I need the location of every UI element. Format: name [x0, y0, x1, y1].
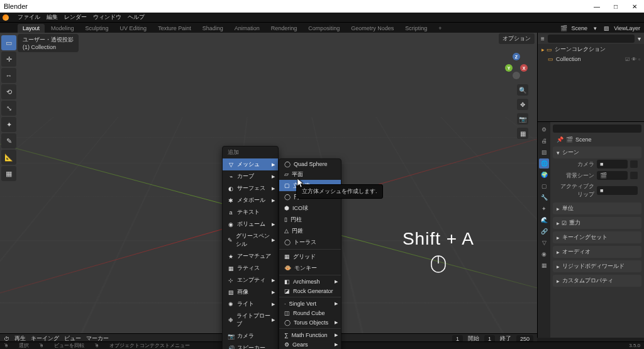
ptab-material[interactable]: ◉ [539, 249, 549, 259]
tab-rendering[interactable]: Rendering [266, 24, 303, 33]
add-menu-item-12[interactable]: ❉ライトプローブ▶ [223, 310, 278, 330]
mesh-menu-item-15[interactable]: ·Single Vert▶ [279, 299, 341, 308]
outliner-type-icon[interactable]: ≡ [541, 35, 545, 42]
menu-render[interactable]: レンダー [64, 13, 87, 21]
gizmo-z[interactable]: Z [513, 53, 520, 60]
mesh-menu-item-12[interactable]: ◧Archimesh▶ [279, 277, 341, 286]
add-menu-item-14[interactable]: 🔊スピーカー [223, 342, 278, 349]
maximize-button[interactable]: □ [606, 0, 625, 13]
outliner-search[interactable] [548, 35, 635, 43]
tool-rotate[interactable]: ⟲ [1, 84, 16, 99]
camera-view-icon[interactable]: 📷 [517, 113, 528, 125]
mesh-menu-item-20[interactable]: ⚙Gears▶ [279, 340, 341, 349]
tool-addcube[interactable]: ▦ [1, 166, 16, 181]
panel-rigid[interactable]: ▸ リジッドボディワールド [553, 260, 641, 272]
tab-texture-paint[interactable]: Texture Paint [153, 24, 196, 33]
mesh-menu-item-7[interactable]: ◯トーラス [279, 236, 341, 248]
mesh-menu-item-19[interactable]: ∑Math Function▶ [279, 330, 341, 340]
tab-uv-editing[interactable]: UV Editing [115, 24, 152, 33]
add-menu-item-9[interactable]: ⊹エンプティ▶ [223, 274, 278, 286]
ptab-world[interactable]: 🌍 [539, 170, 549, 180]
tab-add[interactable]: + [433, 24, 447, 33]
outliner-root[interactable]: シーンコレクション [555, 45, 606, 53]
restrict-render-icon[interactable]: ▫ [638, 57, 640, 62]
add-menu-item-11[interactable]: ✺ライト▶ [223, 298, 278, 310]
add-menu-item-13[interactable]: 📷カメラ [223, 330, 278, 342]
fld-bgscene[interactable]: 🎬 [597, 171, 628, 180]
panel-scene[interactable]: ▾ シーン [553, 147, 641, 158]
collection-child-icon[interactable]: ▭ [548, 56, 553, 62]
filter-icon[interactable]: ▾ [638, 35, 641, 42]
panel-keying[interactable]: ▸ キーイングセット [553, 231, 641, 243]
ptab-constraints[interactable]: 🔗 [539, 226, 549, 236]
ptab-object[interactable]: ▢ [539, 181, 549, 191]
restrict-select-icon[interactable]: ☑ [625, 57, 630, 62]
add-menu-item-0[interactable]: ▽メッシュ▶ [223, 158, 278, 170]
tab-layout[interactable]: Layout [18, 24, 45, 33]
ptab-viewlayer[interactable]: ▨ [539, 147, 549, 157]
collection-icon[interactable]: ▸ ▭ [541, 47, 552, 53]
tab-sculpting[interactable]: Sculpting [80, 24, 114, 33]
timeline-type-icon[interactable]: ⏱ [4, 336, 9, 342]
tool-transform[interactable]: ✦ [1, 117, 16, 132]
gizmo-x[interactable]: X [520, 64, 528, 72]
tab-compositing[interactable]: Compositing [303, 24, 345, 33]
blender-icon[interactable] [3, 14, 9, 21]
viewlayer-icon[interactable]: ▨ [602, 25, 610, 32]
add-menu-item-1[interactable]: ⌁カーブ▶ [223, 170, 278, 182]
tool-select[interactable]: ▭ [1, 35, 16, 50]
scene-pin-icon[interactable]: 📌 [557, 136, 564, 143]
minimize-button[interactable]: — [587, 0, 606, 13]
viewlayer-name[interactable]: ViewLayer [614, 25, 640, 31]
ptab-modifiers[interactable]: 🔧 [539, 192, 549, 202]
tool-cursor[interactable]: ✛ [1, 52, 16, 67]
panel-custom[interactable]: ▸ カスタムプロパティ [553, 275, 641, 287]
cam-anim-dot[interactable] [630, 160, 638, 168]
tool-measure[interactable]: 📐 [1, 150, 16, 165]
zoom-icon[interactable]: 🔍 [517, 84, 528, 96]
outliner-item-0[interactable]: Collection [556, 56, 581, 62]
tab-geometry-nodes[interactable]: Geometry Nodes [346, 24, 399, 33]
panel-units[interactable]: ▸ 単位 [553, 202, 641, 214]
props-search[interactable] [553, 125, 641, 133]
tab-scripting[interactable]: Scripting [400, 24, 432, 33]
menu-edit[interactable]: 編集 [47, 13, 58, 21]
menu-window[interactable]: ウィンドウ [93, 13, 121, 21]
add-menu-item-3[interactable]: ✱メタボール▶ [223, 194, 278, 206]
tool-scale[interactable]: ⤡ [1, 101, 16, 116]
tool-annotate[interactable]: ✎ [1, 133, 16, 148]
close-button[interactable]: ✕ [625, 0, 644, 13]
scene-new-icon[interactable]: ▾ [591, 25, 599, 32]
menu-file[interactable]: ファイル [18, 13, 40, 21]
mesh-menu-item-17[interactable]: ◯Torus Objects▶ [279, 318, 341, 327]
add-menu-item-4[interactable]: aテキスト [223, 206, 278, 218]
mesh-menu-item-6[interactable]: △円錐 [279, 225, 341, 236]
mesh-menu-item-1[interactable]: ▱平面 [279, 169, 341, 180]
tool-move[interactable]: ↔ [1, 68, 16, 83]
menu-help[interactable]: ヘルプ [128, 13, 145, 21]
props-scene-name[interactable]: Scene [575, 136, 592, 143]
add-menu-item-6[interactable]: ✎グリースペンシル▶ [223, 230, 278, 250]
nav-gizmo[interactable]: X Y Z [503, 53, 530, 79]
add-menu-item-5[interactable]: ◉ボリューム▶ [223, 218, 278, 230]
mesh-menu-item-4[interactable]: ⬢ICO球 [279, 202, 341, 214]
tab-animation[interactable]: Animation [230, 24, 265, 33]
mesh-menu-item-16[interactable]: ◫Round Cube [279, 308, 341, 318]
fld-camera[interactable]: ■ [597, 160, 628, 169]
ptab-output[interactable]: 🖨 [539, 136, 549, 146]
add-menu-item-10[interactable]: ▨画像▶ [223, 286, 278, 298]
gizmo-y[interactable]: Y [505, 64, 513, 72]
mesh-menu-item-13[interactable]: ◪Rock Generator [279, 286, 341, 296]
ptab-physics[interactable]: 🌊 [539, 215, 549, 225]
mesh-menu-item-9[interactable]: ▦グリッド [279, 251, 341, 262]
tab-shading[interactable]: Shading [197, 24, 228, 33]
ptab-particles[interactable]: ✦ [539, 204, 549, 214]
ptab-texture[interactable]: ▦ [539, 260, 549, 270]
bg-anim-dot[interactable] [630, 172, 638, 179]
ptab-render[interactable]: ⚙ [539, 125, 549, 135]
persp-ortho-icon[interactable]: ▦ [517, 128, 528, 139]
mesh-menu-item-5[interactable]: ▯円柱 [279, 214, 341, 225]
add-menu-item-8[interactable]: ▦ラティス [223, 262, 278, 274]
add-menu-item-2[interactable]: ◐サーフェス▶ [223, 182, 278, 194]
scene-icon[interactable]: 🎬 [560, 25, 568, 32]
